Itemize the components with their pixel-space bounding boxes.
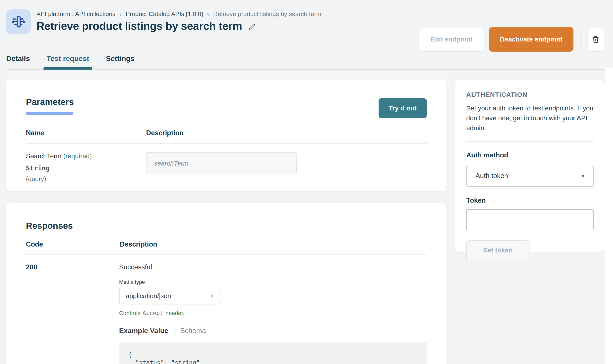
set-token-button[interactable]: Set token [466, 240, 530, 260]
deactivate-endpoint-button[interactable]: Deactivate endpoint [489, 27, 573, 52]
caret-down-icon: ▾ [581, 172, 585, 180]
parameter-type: String [26, 164, 146, 172]
responses-heading: Responses [26, 221, 427, 231]
parameters-heading: Parameters [26, 97, 74, 107]
caret-down-icon: ▾ [211, 292, 213, 299]
authentication-panel: AUTHENTICATION Set your auth token to te… [455, 80, 605, 252]
edit-endpoint-button[interactable]: Edit endpoint [419, 27, 484, 52]
table-divider [26, 254, 427, 255]
parameter-row: SearchTerm (required) String (query) [26, 152, 427, 183]
accept-header-code: Accept [140, 310, 165, 316]
actions-divider [580, 30, 580, 49]
controls-note-suffix: header. [165, 310, 185, 316]
media-type-value: application/json [126, 292, 171, 300]
column-header-description: Description [146, 129, 184, 137]
auth-divider [466, 141, 594, 142]
api-connector-icon [11, 14, 26, 29]
chevron-right-icon: › [119, 11, 122, 18]
example-tabs-divider [174, 326, 174, 336]
tab-example-value[interactable]: Example Value [119, 327, 168, 335]
parameters-card: Parameters Try it out Name Description S… [6, 79, 446, 191]
example-json-block: { "status": "string", "resultsCount": 0,… [119, 342, 427, 364]
search-term-input[interactable] [146, 152, 297, 174]
scrollbar-track[interactable] [605, 68, 613, 364]
column-header-code: Code [26, 240, 120, 248]
response-description: Successful [119, 263, 427, 271]
tab-settings[interactable]: Settings [106, 54, 134, 69]
breadcrumb-collections[interactable]: API platform : API collections [37, 11, 116, 18]
edit-title-pencil-icon[interactable] [248, 23, 256, 31]
breadcrumb: API platform : API collections › Product… [37, 11, 321, 18]
tabbar: Details Test request Settings [6, 54, 607, 70]
parameter-required-label: (required) [63, 152, 92, 160]
controls-accept-note: ControlsAcceptheader. [119, 310, 427, 317]
breadcrumb-current: Retrieve product listings by search term [213, 11, 321, 18]
trash-icon [591, 35, 600, 44]
parameter-name: SearchTerm [26, 152, 62, 160]
responses-card: Responses Code Description 200 Successfu… [6, 203, 446, 364]
chevron-right-icon: › [207, 11, 210, 18]
authentication-heading: AUTHENTICATION [466, 91, 594, 98]
try-it-out-button[interactable]: Try it out [379, 98, 427, 118]
authentication-description: Set your auth token to test endpoints. I… [466, 103, 594, 133]
controls-note-prefix: Controls [119, 310, 140, 316]
breadcrumb-api[interactable]: Product Catalog APIs [1.0.0] [126, 11, 203, 18]
auth-method-select[interactable]: Auth token ▾ [466, 165, 594, 187]
parameter-location: (query) [26, 175, 146, 183]
response-row: 200 Successful Media type application/js… [26, 263, 427, 364]
json-line: { [128, 351, 417, 359]
response-code: 200 [26, 263, 119, 364]
tab-details[interactable]: Details [6, 54, 30, 69]
tab-test-request[interactable]: Test request [47, 54, 89, 69]
media-type-label: Media type [119, 279, 427, 285]
auth-method-value: Auth token [476, 172, 508, 180]
parameters-underline [26, 112, 73, 115]
token-input[interactable] [466, 209, 594, 230]
app-logo [6, 9, 31, 34]
token-label: Token [466, 196, 594, 204]
column-header-name: Name [26, 129, 146, 137]
column-header-description: Description [120, 240, 157, 248]
tab-schema[interactable]: Schema [180, 327, 206, 335]
delete-endpoint-button[interactable] [587, 27, 604, 52]
media-type-select[interactable]: application/json ▾ [119, 288, 220, 304]
json-line: "status": "string", [128, 359, 417, 364]
page-title: Retrieve product listings by search term [37, 20, 242, 32]
auth-method-label: Auth method [466, 151, 594, 159]
table-divider [26, 143, 427, 143]
